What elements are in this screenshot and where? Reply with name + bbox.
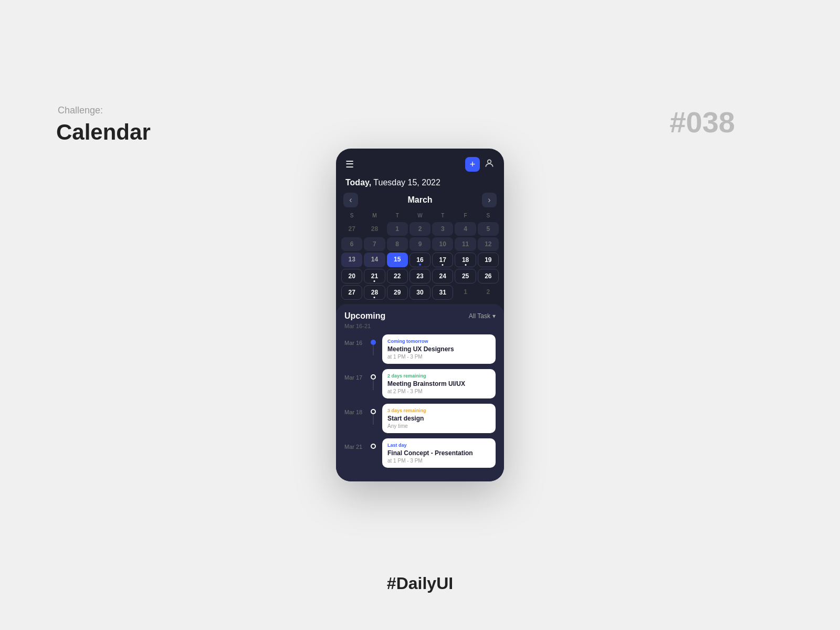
- event-date: Mar 21: [344, 444, 362, 450]
- dow-sat: S: [478, 212, 499, 220]
- event-card[interactable]: 3 days remaining Start design Any time: [382, 404, 496, 433]
- calendar-nav: ‹ March ›: [336, 193, 504, 207]
- event-name: Start design: [387, 415, 490, 422]
- event-time: at 2 PM - 3 PM: [387, 388, 490, 394]
- cal-day[interactable]: 19: [478, 253, 499, 267]
- cal-day[interactable]: 25: [455, 269, 476, 284]
- dow-thu: T: [432, 212, 453, 220]
- cal-day-today[interactable]: 15: [387, 253, 408, 267]
- cal-day[interactable]: 4: [455, 222, 476, 236]
- add-button[interactable]: +: [465, 157, 480, 172]
- event-card[interactable]: Coming tomorrow Meeting UX Designers at …: [382, 334, 496, 364]
- cal-day[interactable]: 6: [341, 237, 362, 251]
- cal-day[interactable]: 13: [341, 253, 362, 267]
- page-title: Calendar: [56, 120, 151, 145]
- all-task-filter[interactable]: All Task ▾: [469, 312, 496, 320]
- dow-sun: S: [341, 212, 362, 220]
- cal-day[interactable]: 18: [455, 253, 476, 267]
- cal-day[interactable]: 7: [364, 237, 385, 251]
- timeline-line: [373, 414, 374, 425]
- timeline-col: [370, 404, 377, 425]
- event-time: at 1 PM - 3 PM: [387, 354, 490, 360]
- next-month-button[interactable]: ›: [482, 193, 497, 207]
- upcoming-title: Upcoming: [344, 311, 385, 321]
- dow-wed: W: [410, 212, 430, 220]
- cal-day[interactable]: 29: [387, 285, 408, 300]
- menu-icon: ☰: [345, 159, 354, 170]
- user-button[interactable]: [484, 158, 495, 171]
- event-tag: Last day: [387, 443, 490, 448]
- cal-day[interactable]: 11: [455, 237, 476, 251]
- cal-day[interactable]: 17: [432, 253, 453, 267]
- event-row: Mar 16 Coming tomorrow Meeting UX Design…: [344, 334, 496, 364]
- cal-day[interactable]: 22: [387, 269, 408, 284]
- cal-day[interactable]: 2: [410, 222, 430, 236]
- event-list: Mar 16 Coming tomorrow Meeting UX Design…: [344, 334, 496, 468]
- cal-day[interactable]: 21: [364, 269, 385, 284]
- cal-day[interactable]: 14: [364, 253, 385, 267]
- cal-day[interactable]: 20: [341, 269, 362, 284]
- cal-day[interactable]: 1: [387, 222, 408, 236]
- cal-day[interactable]: 28: [364, 222, 385, 236]
- menu-button[interactable]: ☰: [345, 159, 354, 170]
- dow-fri: F: [455, 212, 476, 220]
- event-time: Any time: [387, 423, 490, 429]
- cal-day[interactable]: 3: [432, 222, 453, 236]
- cal-day[interactable]: 27: [341, 222, 362, 236]
- calendar-dow-row: S M T W T F S: [341, 212, 499, 220]
- event-card[interactable]: 2 days remaining Meeting Brainstorm UI/U…: [382, 369, 496, 398]
- event-date: Mar 16: [344, 340, 362, 346]
- calendar-week-4: 20 21 22 23 24 25 26: [341, 269, 499, 284]
- date-range: Mar 16-21: [344, 323, 496, 329]
- cal-day[interactable]: 23: [410, 269, 430, 284]
- cal-day[interactable]: 8: [387, 237, 408, 251]
- event-row: Mar 17 2 days remaining Meeting Brainsto…: [344, 369, 496, 398]
- timeline-dot: [371, 444, 376, 449]
- event-date-col: Mar 21: [344, 438, 364, 450]
- phone-header: ☰ +: [336, 149, 504, 176]
- cal-day[interactable]: 31: [432, 285, 453, 300]
- event-date-col: Mar 16: [344, 334, 364, 346]
- calendar-week-5: 27 28 29 30 31 1 2: [341, 285, 499, 300]
- event-tag: Coming tomorrow: [387, 339, 490, 344]
- cal-day[interactable]: 1: [455, 285, 476, 300]
- event-date: Mar 18: [344, 409, 362, 415]
- cal-day[interactable]: 24: [432, 269, 453, 284]
- svg-point-0: [488, 160, 491, 163]
- cal-day[interactable]: 5: [478, 222, 499, 236]
- upcoming-section: Upcoming All Task ▾ Mar 16-21 Mar 16 Com…: [336, 304, 504, 481]
- cal-day[interactable]: 10: [432, 237, 453, 251]
- event-date-col: Mar 18: [344, 404, 364, 415]
- event-date-col: Mar 17: [344, 369, 364, 381]
- event-tag: 3 days remaining: [387, 408, 490, 413]
- timeline-line: [373, 345, 374, 355]
- cal-day[interactable]: 26: [478, 269, 499, 284]
- cal-day[interactable]: 27: [341, 285, 362, 300]
- event-card[interactable]: Last day Final Concept - Presentation at…: [382, 438, 496, 468]
- event-name: Final Concept - Presentation: [387, 449, 490, 457]
- event-row: Mar 21 Last day Final Concept - Presenta…: [344, 438, 496, 468]
- timeline-dot: [371, 374, 376, 380]
- phone-mockup: ☰ + Today, Tuesday 15, 2022 ‹ March › S …: [336, 149, 504, 481]
- timeline-line: [373, 380, 374, 390]
- header-actions: +: [465, 157, 495, 172]
- cal-day[interactable]: 12: [478, 237, 499, 251]
- cal-day[interactable]: 9: [410, 237, 430, 251]
- event-row: Mar 18 3 days remaining Start design Any…: [344, 404, 496, 433]
- dailyui-label: #DailyUI: [387, 574, 453, 593]
- timeline-col: [370, 369, 377, 390]
- timeline-col: [370, 438, 377, 449]
- upcoming-header: Upcoming All Task ▾: [344, 311, 496, 321]
- cal-day[interactable]: 16: [410, 253, 430, 267]
- timeline-col: [370, 334, 377, 355]
- cal-day[interactable]: 2: [478, 285, 499, 300]
- event-date: Mar 17: [344, 374, 362, 381]
- prev-month-button[interactable]: ‹: [343, 193, 358, 207]
- timeline-dot: [371, 409, 376, 414]
- event-name: Meeting UX Designers: [387, 345, 490, 353]
- event-tag: 2 days remaining: [387, 373, 490, 379]
- cal-day[interactable]: 28: [364, 285, 385, 300]
- cal-day[interactable]: 30: [410, 285, 430, 300]
- calendar-month: March: [407, 195, 432, 205]
- event-time: at 1 PM - 3 PM: [387, 458, 490, 464]
